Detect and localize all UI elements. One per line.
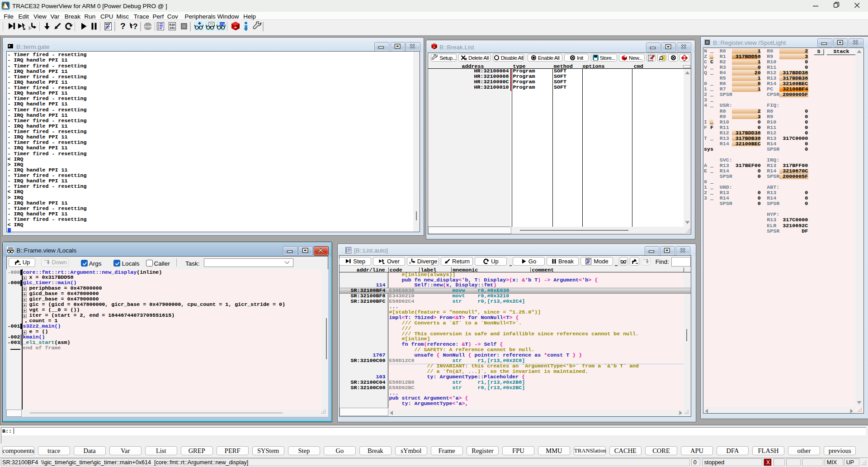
svg-text:?: ? (133, 22, 137, 31)
svg-text:STOP: STOP (145, 25, 151, 28)
svg-text:101: 101 (170, 27, 175, 30)
svg-text:010: 010 (170, 24, 175, 27)
svg-text:?: ? (120, 22, 126, 31)
